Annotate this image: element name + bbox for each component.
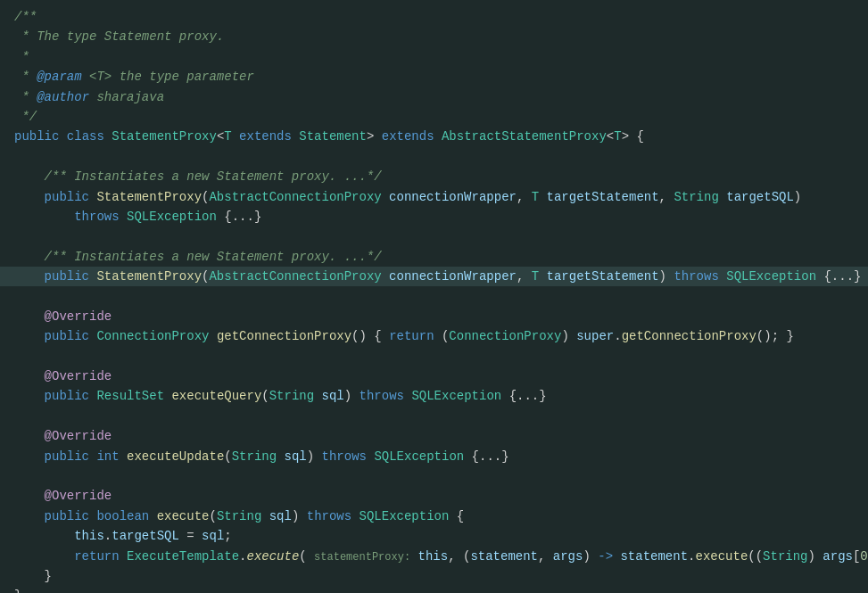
code-line: * @author sharajava [0, 87, 868, 107]
code-line: return ExecuteTemplate.execute( statemen… [0, 547, 868, 566]
code-line: /** Instantiates a new Statement proxy. … [0, 247, 868, 267]
code-line [0, 466, 868, 486]
code-line: this.targetSQL = sql; [0, 526, 868, 546]
code-line: /** [0, 7, 868, 27]
code-line: @Override [0, 367, 868, 386]
code-block: /** * The type Statement proxy. * * @par… [0, 0, 868, 593]
code-line: public class StatementProxy<T extends St… [0, 127, 868, 146]
code-line: } [0, 586, 868, 593]
code-line: public StatementProxy(AbstractConnection… [0, 187, 868, 207]
code-line: } [0, 566, 868, 586]
code-line: * @param <T> the type parameter [0, 67, 868, 86]
code-line [0, 286, 868, 306]
code-line [0, 147, 868, 167]
code-line: public int executeUpdate(String sql) thr… [0, 447, 868, 466]
code-line: public ConnectionProxy getConnectionProx… [0, 326, 868, 346]
code-line: /** Instantiates a new Statement proxy. … [0, 167, 868, 186]
code-line [0, 226, 868, 246]
code-line [0, 347, 868, 367]
code-line: */ [0, 107, 868, 127]
code-line: public ResultSet executeQuery(String sql… [0, 386, 868, 406]
code-line: throws SQLException {...} [0, 207, 868, 226]
code-line: @Override [0, 426, 868, 446]
code-line [0, 407, 868, 426]
watermark: CSDN @gmHappy [764, 589, 854, 593]
code-line: * The type Statement proxy. [0, 27, 868, 46]
code-line: * [0, 47, 868, 67]
code-line: @Override [0, 307, 868, 326]
highlighted-line: public StatementProxy(AbstractConnection… [0, 267, 868, 286]
code-line: public boolean execute(String sql) throw… [0, 507, 868, 526]
code-line: @Override [0, 486, 868, 506]
